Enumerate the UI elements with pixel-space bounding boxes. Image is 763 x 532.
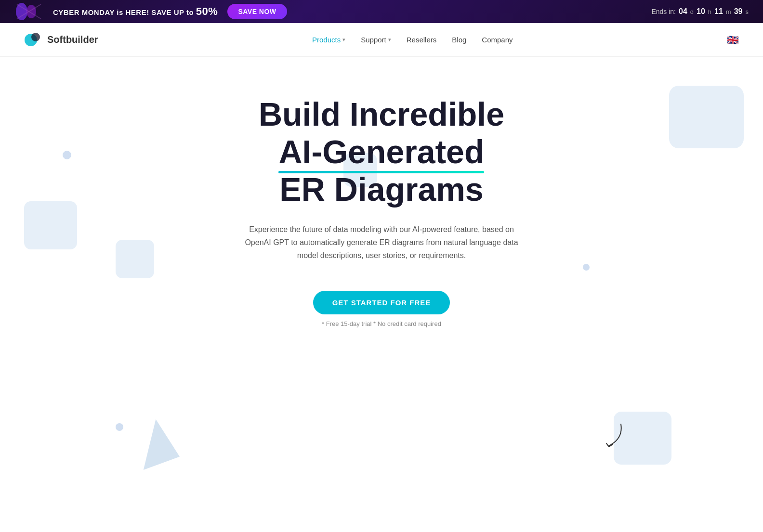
hero-cta-section: GET STARTED FOR FREE * Free 15-day trial…: [313, 291, 450, 327]
get-started-button[interactable]: GET STARTED FOR FREE: [313, 291, 450, 314]
dot-left-top: [63, 151, 71, 159]
shape-center-left: [116, 240, 154, 278]
promo-text: CYBER MONDAY is HERE! SAVE UP to 50%: [53, 5, 218, 18]
logo[interactable]: Softbuilder: [24, 31, 98, 49]
nav-support[interactable]: Support ▾: [361, 36, 391, 44]
hero-title: Build Incredible AI-Generated ER Diagram…: [259, 95, 504, 208]
nav-right: 🇬🇧: [727, 34, 739, 46]
dot-right-mid: [583, 264, 590, 271]
nav-links: Products ▾ Support ▾ Resellers Blog Comp…: [312, 36, 513, 44]
nav-products[interactable]: Products ▾: [312, 36, 345, 44]
timer-secs: 39: [734, 7, 743, 16]
svg-point-1: [26, 5, 36, 18]
timer-secs-label: s: [746, 8, 749, 15]
banner-decoration: [14, 2, 43, 21]
dot-bottom-left: [116, 423, 123, 431]
timer-days-label: d: [690, 8, 694, 15]
shape-mid-left: [24, 201, 77, 249]
timer-mins: 11: [714, 7, 723, 16]
language-flag-icon[interactable]: 🇬🇧: [727, 34, 739, 46]
logo-text: Softbuilder: [47, 34, 98, 45]
cta-disclaimer: * Free 15-day trial * No credit card req…: [322, 320, 441, 327]
timer-hours-label: h: [708, 8, 711, 15]
support-chevron-icon: ▾: [388, 37, 391, 43]
nav-resellers[interactable]: Resellers: [407, 36, 437, 44]
products-chevron-icon: ▾: [342, 37, 345, 43]
timer-hours: 10: [697, 7, 705, 16]
triangle-shape: [129, 416, 180, 470]
shape-bottom-right: [614, 412, 671, 465]
hero-section: Build Incredible AI-Generated ER Diagram…: [0, 57, 763, 532]
hero-title-line2: AI-Generated: [278, 133, 484, 170]
banner-left: CYBER MONDAY is HERE! SAVE UP to 50% SAV…: [14, 2, 287, 21]
nav-company[interactable]: Company: [482, 36, 513, 44]
promo-banner: CYBER MONDAY is HERE! SAVE UP to 50% SAV…: [0, 0, 763, 23]
hero-title-line1: Build Incredible: [259, 96, 504, 132]
arrow-decoration: [594, 419, 628, 455]
save-now-button[interactable]: SAVE NOW: [227, 4, 287, 19]
navigation: Softbuilder Products ▾ Support ▾ Reselle…: [0, 23, 763, 57]
hero-subtitle: Experience the future of data modeling w…: [237, 223, 526, 262]
timer-days: 04: [679, 7, 687, 16]
timer-mins-label: m: [726, 8, 731, 15]
hero-title-line3: ER Diagrams: [279, 171, 483, 208]
logo-icon: [24, 31, 42, 49]
nav-blog[interactable]: Blog: [452, 36, 466, 44]
countdown-timer: Ends in: 04 d 10 h 11 m 39 s: [651, 7, 749, 16]
shape-top-right: [669, 86, 744, 148]
svg-point-5: [31, 33, 40, 41]
svg-point-0: [16, 3, 27, 20]
